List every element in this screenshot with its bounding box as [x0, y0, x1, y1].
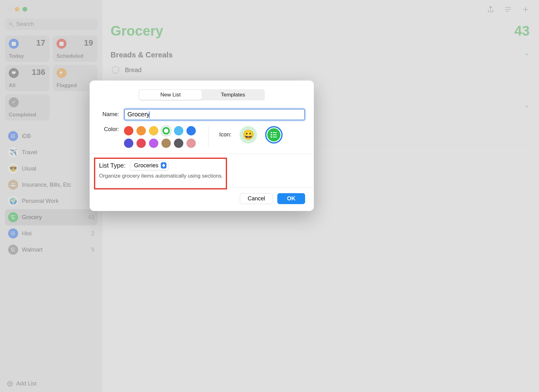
- name-label: Name:: [98, 111, 119, 118]
- list-type-label: List Type:: [99, 162, 126, 169]
- list-type-select[interactable]: Groceries: [130, 161, 169, 170]
- divider: [90, 187, 314, 188]
- svg-point-23: [271, 134, 272, 135]
- color-swatch[interactable]: [149, 126, 158, 135]
- color-swatch[interactable]: [161, 139, 171, 148]
- bullet-list-icon: [270, 130, 278, 139]
- icon-option-bullet-list[interactable]: [265, 126, 283, 144]
- color-swatch[interactable]: [136, 126, 146, 135]
- color-swatch[interactable]: [161, 126, 171, 135]
- dialog-tab-bar: New List Templates: [139, 89, 265, 100]
- text-cursor: [149, 111, 150, 118]
- svg-rect-26: [273, 137, 277, 137]
- list-type-value: Groceries: [134, 162, 158, 169]
- svg-rect-22: [273, 132, 277, 133]
- svg-rect-24: [273, 135, 277, 135]
- color-swatch[interactable]: [124, 139, 133, 148]
- color-label: Color:: [98, 126, 119, 148]
- color-swatch[interactable]: [124, 126, 133, 135]
- divider: [90, 154, 314, 154]
- new-list-dialog: New List Templates Name: Grocery Color: …: [90, 81, 314, 211]
- color-swatch[interactable]: [186, 126, 196, 135]
- tab-new-list[interactable]: New List: [139, 90, 202, 100]
- svg-point-21: [271, 132, 272, 133]
- list-type-description: Organize grocery items automatically usi…: [99, 173, 304, 179]
- svg-point-25: [271, 136, 272, 138]
- color-picker: [124, 126, 196, 148]
- color-swatch[interactable]: [186, 139, 196, 148]
- color-swatch[interactable]: [136, 139, 146, 148]
- color-swatch[interactable]: [174, 126, 183, 135]
- color-swatch[interactable]: [174, 139, 183, 148]
- smile-emoji-icon: 😀: [243, 129, 254, 140]
- name-row: Name: Grocery: [98, 109, 305, 120]
- icon-label: Icon:: [219, 131, 231, 138]
- tab-templates[interactable]: Templates: [202, 90, 264, 100]
- divider: [208, 126, 209, 148]
- icon-option-emoji[interactable]: 😀: [240, 126, 257, 144]
- cancel-button[interactable]: Cancel: [240, 193, 273, 204]
- list-name-value: Grocery: [127, 111, 150, 118]
- updown-arrows-icon: [161, 162, 166, 169]
- color-swatch[interactable]: [149, 139, 158, 148]
- list-name-input[interactable]: Grocery: [124, 109, 305, 120]
- ok-button[interactable]: OK: [277, 193, 305, 204]
